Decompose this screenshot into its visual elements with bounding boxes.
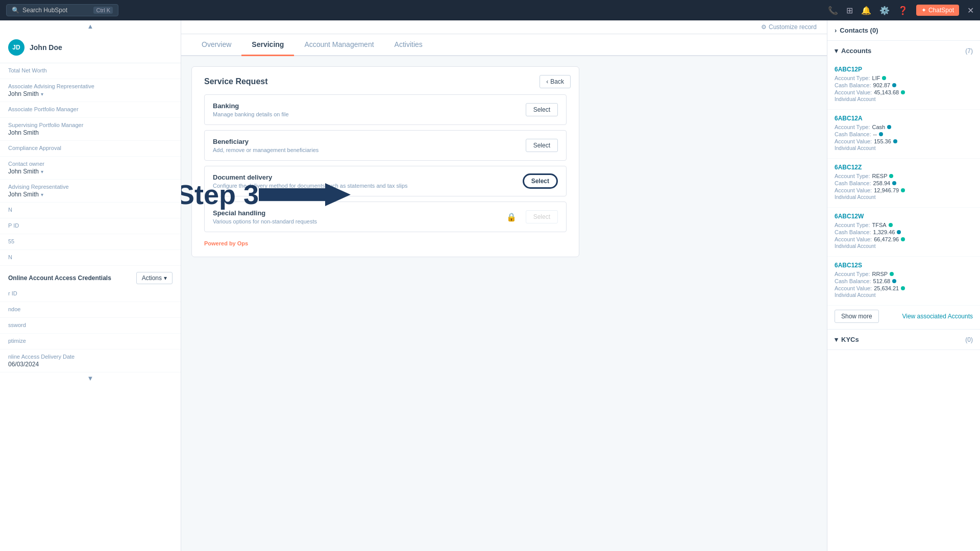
cash-balance-6abc12s: Cash Balance: 512.68 [835,278,973,284]
account-id-6abc12p[interactable]: 6ABC12P [835,66,973,73]
kycs-count: (0) [965,336,973,343]
contacts-section-header[interactable]: › Contacts (0) [827,20,980,40]
special-handling-description: Various options for non-standard request… [213,218,317,224]
account-subtype-6abc12w: Individual Account [835,243,973,249]
status-dot-6abc12a [887,125,891,129]
value-dot-6abc12p [901,90,905,94]
service-item-banking: Banking Manage banking details on file S… [204,94,567,125]
account-type-6abc12p: Account Type: LIF [835,75,973,81]
main-content: ⚙ Customize record Overview Servicing Ac… [181,20,827,551]
notification-icon[interactable]: 🔔 [861,6,871,15]
chevron-down-accounts-icon: ▾ [835,47,838,55]
account-id-6abc12s[interactable]: 6ABC12S [835,262,973,269]
contact-name: John Doe [30,43,62,52]
scroll-down-arrow[interactable]: ▼ [0,372,181,384]
powered-by: Powered by Ops [204,240,567,246]
banking-select-button[interactable]: Select [526,103,558,116]
sidebar-field-username: ndoe [0,302,181,318]
document-delivery-title: Document delivery [213,173,408,181]
special-handling-actions: 🔒 Select [506,210,558,223]
special-handling-info: Special handling Various options for non… [213,209,317,224]
value-dot-6abc12a [893,139,897,143]
back-button[interactable]: ‹ Back [540,75,571,88]
kycs-section: ▾ KYCs (0) [827,330,980,350]
content-area: Step 3 Service Request ‹ Back Banking Ma… [181,56,827,551]
phone-icon[interactable]: 📞 [828,6,838,15]
account-value-6abc12p: Account Value: 45,143.68 [835,89,973,95]
account-id-6abc12a[interactable]: 6ABC12A [835,115,973,122]
account-value-6abc12z: Account Value: 12,946.79 [835,187,973,193]
search-bar[interactable]: 🔍 Search HubSpot Ctrl K [6,4,118,16]
field-label-net-worth: Total Net Worth [8,67,173,73]
accounts-count: (7) [965,47,973,55]
value-dot-6abc12z [901,188,905,192]
status-dot-6abc12z [889,174,893,178]
service-item-beneficiary: Beneficiary Add, remove or management be… [204,130,567,161]
sidebar-field-advising-rep2: Advising Representative John Smith ▾ [0,180,181,203]
show-more-button[interactable]: Show more [835,310,879,323]
grid-icon[interactable]: ⊞ [846,6,853,15]
account-value-6abc12s: Account Value: 25,634.21 [835,285,973,291]
sidebar-field-access-date: nline Access Delivery Date 06/03/2024 [0,349,181,372]
cash-balance-6abc12z: Cash Balance: 258.94 [835,180,973,186]
account-id-6abc12w[interactable]: 6ABC12W [835,213,973,220]
cash-dot-6abc12a [879,132,883,136]
settings-icon[interactable]: ⚙️ [879,6,890,15]
account-type-6abc12w: Account Type: TFSA [835,222,973,228]
chatspot-icon: ✦ [921,7,926,14]
account-item-6abc12z: 6ABC12Z Account Type: RESP Cash Balance:… [827,159,980,208]
field-value-advising-rep[interactable]: John Smith ▾ [8,90,173,97]
chatspot-button[interactable]: ✦ ChatSpot [916,5,959,16]
sidebar-field-55: 55 [0,234,181,250]
field-label-advising-rep2: Advising Representative [8,184,173,190]
field-value-advising-rep2[interactable]: John Smith ▾ [8,191,173,198]
account-id-6abc12z[interactable]: 6ABC12Z [835,164,973,171]
account-type-6abc12s: Account Type: RRSP [835,271,973,277]
accounts-section: ▾ Accounts (7) 6ABC12P Account Type: LIF… [827,41,980,330]
sidebar-field-contact-owner: Contact owner John Smith ▾ [0,157,181,180]
service-item-document-delivery: Document delivery Configure the delivery… [204,166,567,196]
cash-dot-6abc12w [897,230,901,234]
search-placeholder: Search HubSpot [22,7,67,14]
accounts-section-header[interactable]: ▾ Accounts (7) [827,41,980,61]
sidebar-field-compliance: Compliance Approval [0,141,181,157]
sidebar-field-userid: r ID [0,286,181,302]
cash-balance-6abc12w: Cash Balance: 1,329.46 [835,229,973,235]
tab-servicing[interactable]: Servicing [241,34,294,56]
chevron-down-icon: ▾ [164,274,167,282]
special-handling-select-button[interactable]: Select [526,210,558,223]
top-navbar: 🔍 Search HubSpot Ctrl K 📞 ⊞ 🔔 ⚙️ ❓ ✦ Cha… [0,0,980,20]
account-item-6abc12p: 6ABC12P Account Type: LIF Cash Balance: … [827,61,980,110]
chevron-down-kycs-icon: ▾ [835,336,838,343]
view-associated-accounts-link[interactable]: View associated Accounts [902,313,973,320]
sidebar-field-password: ssword [0,318,181,334]
account-subtype-6abc12p: Individual Account [835,96,973,102]
sidebar-field-portfolio-manager: Associate Portfolio Manager [0,102,181,118]
tab-activities[interactable]: Activities [384,34,433,56]
beneficiary-select-button[interactable]: Select [526,139,558,152]
service-item-special-handling: Special handling Various options for non… [204,202,567,232]
customize-record-link[interactable]: ⚙ Customize record [761,23,817,31]
value-dot-6abc12s [901,286,905,290]
document-delivery-select-button[interactable]: Select [523,173,558,189]
sidebar-header: JD John Doe [0,32,181,63]
banking-title: Banking [213,102,289,110]
actions-button[interactable]: Actions ▾ [136,272,173,284]
cash-balance-6abc12p: Cash Balance: 902.87 [835,82,973,88]
account-value-6abc12a: Account Value: 155.36 [835,138,973,144]
more-icon[interactable]: ✕ [967,6,974,15]
main-layout: ▲ JD John Doe Total Net Worth Associate … [0,20,980,551]
field-label-portfolio-manager: Associate Portfolio Manager [8,106,173,112]
scroll-up-arrow[interactable]: ▲ [0,20,181,32]
account-type-6abc12z: Account Type: RESP [835,173,973,179]
tab-account-management[interactable]: Account Management [294,34,384,56]
cash-balance-6abc12a: Cash Balance: -- [835,131,973,137]
tab-overview[interactable]: Overview [191,34,241,56]
value-dot-6abc12w [901,237,905,241]
help-icon[interactable]: ❓ [898,6,908,15]
field-value-contact-owner[interactable]: John Smith ▾ [8,168,173,175]
kycs-section-header[interactable]: ▾ KYCs (0) [827,330,980,349]
record-header: ⚙ Customize record [181,20,827,34]
beneficiary-description: Add, remove or management beneficiaries [213,147,318,153]
beneficiary-info: Beneficiary Add, remove or management be… [213,138,318,153]
